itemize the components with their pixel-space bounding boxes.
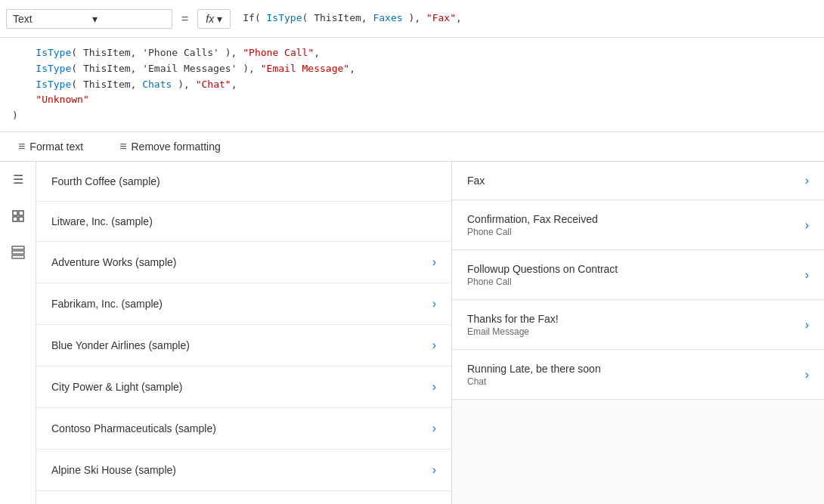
hamburger-icon[interactable]: ☰: [6, 168, 30, 192]
remove-formatting-label: Remove formatting: [131, 141, 220, 153]
fx-label: fx: [206, 13, 214, 25]
chevron-right-icon: ›: [432, 380, 436, 394]
text-dropdown[interactable]: Text ▾: [6, 9, 172, 29]
detail-item-confirmation[interactable]: Confirmation, Fax Received Phone Call ›: [452, 201, 824, 250]
list-item[interactable]: Adventure Works (sample) ›: [36, 242, 451, 283]
chevron-right-icon: ›: [805, 318, 809, 332]
fx-button[interactable]: fx ▾: [197, 9, 231, 29]
svg-rect-4: [12, 246, 24, 249]
sidebar-icons: ☰: [0, 162, 36, 504]
format-text-icon: ≡: [18, 140, 25, 153]
formula-line5: "Unknown": [12, 92, 812, 108]
main-content: ☰ Fourth Coffee (sample) Litware, Inc. (…: [0, 162, 824, 504]
grid-icon[interactable]: [6, 240, 30, 264]
dropdown-label: Text: [13, 13, 86, 25]
remove-formatting-icon: ≡: [119, 140, 126, 153]
list-item[interactable]: City Power & Light (sample) ›: [36, 366, 451, 408]
format-text-label: Format text: [29, 141, 83, 153]
chevron-right-icon: ›: [432, 339, 436, 352]
chevron-right-icon: ›: [432, 297, 436, 311]
formula-line6: ): [12, 108, 812, 124]
svg-rect-1: [19, 211, 23, 215]
svg-rect-5: [12, 251, 24, 254]
chevron-right-icon: ›: [805, 268, 809, 282]
formula-istype1: IsType: [267, 12, 302, 23]
detail-item-followup[interactable]: Followup Questions on Contract Phone Cal…: [452, 251, 824, 300]
dropdown-arrow-icon: ▾: [92, 13, 166, 25]
svg-rect-3: [19, 217, 23, 221]
formula-bar: IsType( ThisItem, 'Phone Calls' ), "Phon…: [0, 38, 824, 132]
chevron-right-icon: ›: [432, 422, 436, 435]
chevron-right-icon: ›: [805, 368, 809, 382]
chevron-right-icon: ›: [432, 463, 436, 477]
list-item[interactable]: Blue Yonder Airlines (sample) ›: [36, 325, 451, 366]
detail-item-running-late[interactable]: Running Late, be there soon Chat ›: [452, 351, 824, 400]
list-item[interactable]: Alpine Ski House (sample) ›: [36, 450, 451, 491]
formula-line4: IsType( ThisItem, Chats ), "Chat",: [12, 77, 812, 93]
format-text-button[interactable]: ≡ Format text: [12, 137, 89, 156]
fx-arrow-icon: ▾: [217, 13, 222, 25]
chevron-right-icon: ›: [805, 174, 809, 187]
top-bar: Text ▾ = fx ▾ If( IsType( ThisItem, Faxe…: [0, 0, 824, 38]
list-panel: Fourth Coffee (sample) Litware, Inc. (sa…: [36, 162, 452, 504]
format-toolbar: ≡ Format text ≡ Remove formatting: [0, 132, 824, 162]
list-item[interactable]: Contoso Pharmaceuticals (sample) ›: [36, 408, 451, 450]
list-item[interactable]: Fabrikam, Inc. (sample) ›: [36, 283, 451, 325]
chevron-right-icon: ›: [432, 255, 436, 269]
formula-if: If(: [243, 12, 266, 23]
formula-line2: IsType( ThisItem, 'Phone Calls' ), "Phon…: [12, 45, 812, 61]
detail-item-fax[interactable]: Fax ›: [452, 162, 824, 200]
layers-icon[interactable]: [6, 204, 30, 228]
svg-rect-0: [13, 211, 17, 215]
list-item[interactable]: Litware, Inc. (sample): [36, 202, 451, 242]
formula-line3: IsType( ThisItem, 'Email Messages' ), "E…: [12, 61, 812, 77]
equals-sign: =: [178, 12, 191, 26]
chevron-right-icon: ›: [805, 218, 809, 232]
detail-panel: Fax › Confirmation, Fax Received Phone C…: [452, 162, 824, 504]
detail-item-thanks-fax[interactable]: Thanks for the Fax! Email Message ›: [452, 301, 824, 350]
remove-formatting-button[interactable]: ≡ Remove formatting: [113, 137, 227, 156]
svg-rect-6: [12, 255, 24, 258]
list-item[interactable]: Fourth Coffee (sample): [36, 162, 451, 202]
svg-rect-2: [13, 217, 17, 221]
